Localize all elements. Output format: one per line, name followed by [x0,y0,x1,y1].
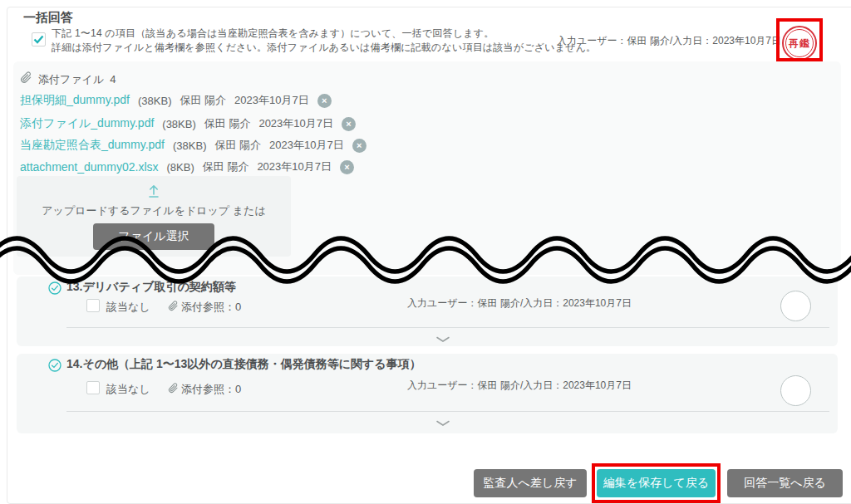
file-row: 担保明細_dummy.pdf (38KB) 保田 陽介 2023年10月7日 × [20,91,332,110]
checkmark-icon [33,32,44,47]
not-applicable-label: 該当なし [106,382,150,397]
chevron-down-icon[interactable] [435,331,450,346]
file-date: 2023年10月7日 [234,93,309,108]
paperclip-icon [20,71,32,87]
drop-zone-text: アップロードするファイルをドロップ または [17,203,291,218]
header-input-user-info: 入力ユーザー：保田 陽介/入力日：2023年10月7日 [532,34,781,48]
section-item-14: 14.その他（上記 1〜13以外の直接債務・偶発債務等に関する事項） 該当なし … [17,354,838,433]
file-size: (38KB) [173,139,206,152]
file-row: attachment_dummy02.xlsx (8KB) 保田 陽介 2023… [20,158,354,176]
file-size: (38KB) [138,95,171,107]
paperclip-icon [168,383,179,398]
attach-reference-label: 添付参照：0 [181,300,241,315]
file-link[interactable]: 当座勘定照合表_dummy.pdf [20,138,165,153]
stamp-placeholder-circle[interactable] [780,375,811,406]
file-link[interactable]: 担保明細_dummy.pdf [20,93,130,108]
file-link[interactable]: attachment_dummy02.xlsx [20,160,159,174]
file-user: 保田 陽介 [203,159,249,174]
section-13-input-user-info: 入力ユーザー：保田 陽介/入力日：2023年10月7日 [407,296,632,311]
section-item-13: 13.デリバティブ取引の契約額等 該当なし 添付参照：0 入力ユーザー：保田 陽… [17,276,838,346]
review-stamp-highlight [776,18,823,61]
back-to-answer-list-button[interactable]: 回答一覧へ戻る [727,469,843,497]
attach-reference-label: 添付参照：0 [181,382,241,397]
file-link[interactable]: 添付ファイル_dummy.pdf [20,116,154,131]
paperclip-icon [168,301,179,316]
upload-icon [145,183,163,203]
file-user: 保田 陽介 [204,116,251,131]
return-to-auditor-button[interactable]: 監査人へ差し戻す [474,469,587,497]
file-drop-zone[interactable]: アップロードするファイルをドロップ または ファイル選択 [17,176,291,257]
section-14-input-user-info: 入力ユーザー：保田 陽介/入力日：2023年10月7日 [407,379,632,393]
x-circle-icon[interactable]: × [317,94,332,108]
attachments-label: 添付ファイル [38,72,104,87]
batch-answer-page: 一括回答 下記 1〜14 の項目（該当ある場合は当座勘定照合表を含みます）につい… [0,0,851,504]
file-date: 2023年10月7日 [269,138,344,153]
not-applicable-label: 該当なし [106,300,150,315]
save-and-back-button[interactable]: 編集を保存して戻る [597,469,716,497]
file-size: (8KB) [167,161,194,174]
x-circle-icon[interactable]: × [340,160,354,174]
page-title: 一括回答 [23,10,73,26]
file-row: 当座勘定照合表_dummy.pdf (38KB) 保田 陽介 2023年10月7… [20,136,366,154]
section-14-title: 14.その他（上記 1〜13以外の直接債務・偶発債務等に関する事項） [66,357,421,372]
batch-answer-checkbox[interactable] [32,32,46,46]
attachments-count: 4 [110,73,116,86]
section-13-title: 13.デリバティブ取引の契約額等 [66,280,236,295]
file-date: 2023年10月7日 [258,116,333,131]
not-applicable-checkbox[interactable] [86,381,100,394]
file-select-button[interactable]: ファイル選択 [93,223,214,250]
check-circle-icon [48,359,61,375]
file-row: 添付ファイル_dummy.pdf (38KB) 保田 陽介 2023年10月7日… [20,115,356,133]
file-user: 保田 陽介 [180,93,226,108]
attachments-header: 添付ファイル 4 [20,71,116,87]
file-size: (38KB) [162,118,195,130]
file-user: 保田 陽介 [214,138,261,153]
x-circle-icon[interactable]: × [352,139,366,153]
check-circle-icon [48,281,61,298]
not-applicable-checkbox[interactable] [86,299,100,312]
stamp-placeholder-circle[interactable] [780,291,811,321]
x-circle-icon[interactable]: × [342,117,356,131]
file-date: 2023年10月7日 [257,159,332,174]
section-divider [66,327,829,328]
batch-answer-description-line2: 詳細は添付ファイルと備考欄を参照ください。添付ファイルあるいは備考欄に記載のない… [52,41,596,55]
section-divider [66,411,829,412]
chevron-down-icon[interactable] [435,415,450,430]
batch-answer-description-line1: 下記 1〜14 の項目（該当ある場合は当座勘定照合表を含みます）について、一括で… [52,27,494,41]
